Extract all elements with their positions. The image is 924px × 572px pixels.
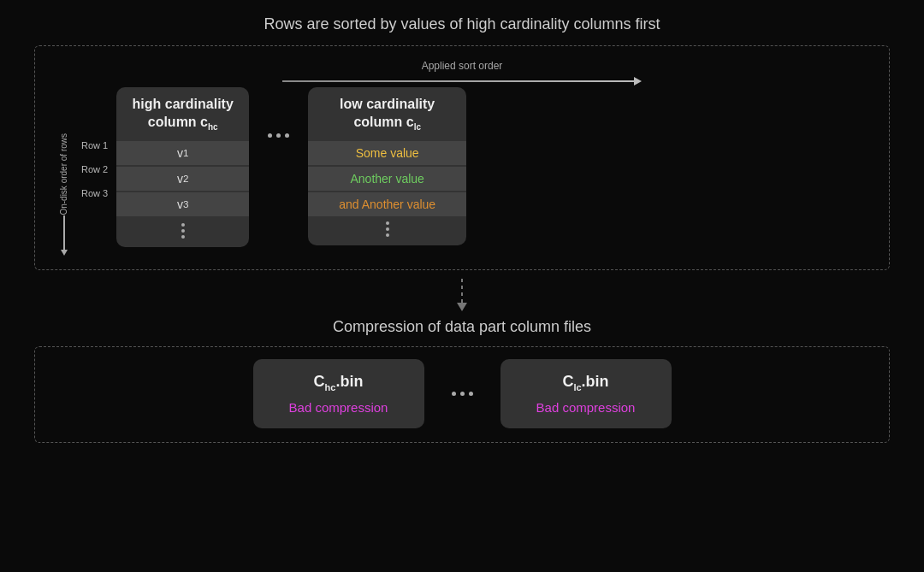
lc-cell-2: Another value: [308, 167, 466, 191]
hc-bin-title: Chc.bin: [314, 373, 364, 392]
row-label-2: Row 2: [81, 157, 111, 181]
middle-arrow: [457, 279, 467, 311]
lc-dot-1: [386, 221, 389, 225]
hc-col-header: high cardinality column chc: [122, 96, 244, 133]
lc-dot-2: [386, 227, 389, 231]
vert-arrow-head: [457, 303, 467, 311]
bottom-dashed-box: Chc.bin Bad compression Clc.bin Bad comp…: [34, 346, 890, 444]
on-disk-text: On-disk order of rows: [59, 133, 69, 215]
lc-dot-3: [386, 233, 389, 237]
high-cardinality-col: high cardinality column chc v1 v2 v3: [116, 87, 249, 247]
lc-bad-compression: Bad compression: [536, 400, 636, 415]
ellipsis-dot-2: [276, 133, 281, 138]
row-label-3: Row 3: [81, 181, 111, 205]
hc-col-dots: [181, 223, 185, 239]
hc-cell-3: v3: [116, 192, 249, 216]
lc-bin-title: Clc.bin: [562, 373, 608, 392]
sort-arrow-row: Applied sort order: [52, 58, 872, 82]
on-disk-arrow-head: [61, 250, 68, 256]
main-container: Rows are sorted by values of high cardin…: [0, 0, 924, 572]
hc-bad-compression: Bad compression: [289, 400, 388, 415]
sort-arrow-line: Applied sort order: [282, 67, 642, 82]
hc-dot-2: [181, 229, 185, 233]
columns-area: On-disk order of rows Row 1 Row 2 Row 3 …: [52, 87, 872, 256]
on-disk-label: On-disk order of rows: [52, 87, 76, 256]
bottom-title: Compression of data part column files: [333, 318, 591, 336]
lc-col-header: low cardinality column clc: [329, 96, 445, 133]
bottom-separator: [424, 392, 500, 396]
bottom-ellipsis-dot-2: [460, 392, 465, 396]
lc-cell-1: Some value: [308, 141, 466, 165]
bottom-ellipsis-dot-1: [452, 392, 456, 396]
low-cardinality-col: low cardinality column clc Some value An…: [308, 87, 466, 245]
arrow-head: [634, 77, 642, 86]
ellipsis-dot-1: [268, 133, 272, 138]
hc-dot-1: [181, 223, 185, 227]
arrow-shaft: [282, 80, 634, 82]
ellipsis-dots: [268, 133, 289, 138]
ellipsis-dot-3: [285, 133, 289, 138]
bottom-ellipsis-dots: [452, 392, 473, 396]
hc-bin-block: Chc.bin Bad compression: [253, 359, 424, 429]
lc-bin-block: Clc.bin Bad compression: [500, 359, 672, 429]
vert-dashed-line: [461, 279, 463, 303]
hc-dot-3: [181, 235, 185, 239]
row-label-1: Row 1: [81, 133, 111, 157]
lc-col-dots: [386, 221, 389, 237]
col-separator: [249, 87, 308, 138]
hc-cell-2: v2: [116, 167, 249, 191]
on-disk-arrow-line: [63, 215, 65, 250]
hc-cell-1: v1: [116, 141, 249, 165]
top-title: Rows are sorted by values of high cardin…: [264, 15, 660, 33]
bottom-ellipsis-dot-3: [469, 392, 473, 396]
row-labels: Row 1 Row 2 Row 3: [81, 87, 111, 205]
top-dashed-box: Applied sort order On-disk order of rows: [34, 45, 890, 270]
on-disk-arrow: On-disk order of rows: [59, 133, 69, 256]
sort-arrow-label: Applied sort order: [422, 60, 503, 72]
lc-cell-3: and Another value: [308, 192, 466, 216]
